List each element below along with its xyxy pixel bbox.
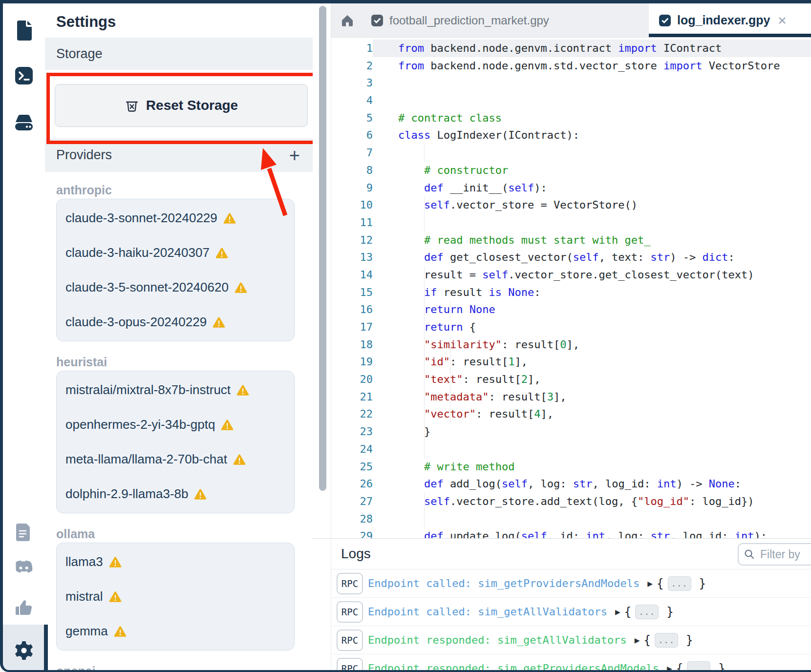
indent-guide xyxy=(424,423,425,441)
add-provider-button[interactable]: + xyxy=(289,146,300,165)
home-tab-button[interactable] xyxy=(331,3,363,37)
line-content: # contract class xyxy=(373,109,811,127)
file-check-icon xyxy=(371,14,384,27)
warning-icon xyxy=(235,282,247,294)
indent-guide xyxy=(424,301,425,318)
model-name: openhermes-2-yi-34b-gptq xyxy=(65,417,215,432)
line-number: 19 xyxy=(331,353,373,371)
model-item[interactable]: mistralai/mixtral-8x7b-instruct xyxy=(57,373,294,407)
line-content: # read methods must start with get_ xyxy=(373,231,811,249)
model-name: dolphin-2.9-llama3-8b xyxy=(65,486,188,502)
model-item[interactable]: claude-3-opus-20240229 xyxy=(57,305,294,339)
expand-caret-icon[interactable]: ▶ xyxy=(667,665,672,672)
page-title: Settings xyxy=(56,13,116,31)
sidebar-item-contracts[interactable] xyxy=(3,19,45,41)
expand-caret-icon[interactable]: ▶ xyxy=(635,636,640,644)
line-content: return None xyxy=(373,301,811,318)
model-item[interactable]: mistral xyxy=(57,579,294,614)
sidebar-item-feedback[interactable] xyxy=(3,599,45,617)
line-content: if result is None: xyxy=(373,284,811,301)
panel-scrollbar-thumb[interactable] xyxy=(319,6,326,491)
indent-guide xyxy=(424,144,425,162)
line-number: 25 xyxy=(331,458,373,476)
warning-icon xyxy=(109,556,122,568)
log-entry[interactable]: RPCEndpoint called: sim_getAllValidators… xyxy=(331,598,811,626)
logs-panel: Logs RPCEndpoint called: sim_getProvider… xyxy=(331,539,811,672)
expand-caret-icon[interactable]: ▶ xyxy=(615,608,620,616)
line-content: "vector": result[4], xyxy=(373,405,811,423)
warning-icon xyxy=(221,419,234,431)
model-item[interactable]: claude-3-haiku-20240307 xyxy=(57,235,294,270)
logs-header: Logs xyxy=(331,539,811,569)
model-name: gemma xyxy=(65,624,108,639)
log-entry[interactable]: RPCEndpoint responded: sim_getProvidersA… xyxy=(331,654,811,672)
indent-guide xyxy=(424,405,425,423)
code-editor[interactable]: 1from backend.node.genvm.icontract impor… xyxy=(331,37,811,541)
sidebar-item-settings[interactable] xyxy=(3,640,45,661)
warning-icon xyxy=(223,212,236,224)
sidebar-item-storage[interactable] xyxy=(3,111,45,134)
model-item[interactable]: openhermes-2-yi-34b-gptq xyxy=(57,407,294,442)
log-json-ellipsis[interactable]: ... xyxy=(635,605,659,619)
log-entry[interactable]: RPCEndpoint responded: sim_getAllValidat… xyxy=(331,626,811,654)
line-number: 20 xyxy=(331,371,373,388)
tab-log-indexer[interactable]: log_indexer.gpy × xyxy=(649,3,811,37)
code-line: 23 } xyxy=(331,423,811,441)
provider-card: mistralai/mixtral-8x7b-instructopenherme… xyxy=(56,371,295,513)
sidebar-item-terminal[interactable] xyxy=(3,65,45,86)
expand-caret-icon[interactable]: ▶ xyxy=(647,580,653,588)
model-item[interactable]: llama3 xyxy=(57,545,294,579)
json-close-brace: } xyxy=(686,633,693,647)
logs-filter-input[interactable] xyxy=(759,547,810,562)
close-tab-icon[interactable]: × xyxy=(778,13,787,28)
indent-guide xyxy=(424,284,425,301)
tab-label: football_prediction_market.gpy xyxy=(389,14,549,27)
providers-section-label: Providers xyxy=(56,147,112,163)
log-json-ellipsis[interactable]: ... xyxy=(668,576,691,591)
model-item[interactable]: dolphin-2.9-llama3-8b xyxy=(57,477,294,511)
line-number: 21 xyxy=(331,388,373,406)
line-content: result = self.vector_store.get_closest_v… xyxy=(373,266,811,284)
search-icon xyxy=(744,548,755,560)
reset-storage-button[interactable]: Reset Storage xyxy=(55,84,308,127)
log-json-ellipsis[interactable]: ... xyxy=(655,633,678,648)
line-number: 7 xyxy=(331,144,373,162)
model-item[interactable]: claude-3-5-sonnet-20240620 xyxy=(57,270,294,305)
indent-guide xyxy=(450,405,450,423)
tab-football-prediction-market[interactable]: football_prediction_market.gpy xyxy=(363,3,649,37)
model-name: llama3 xyxy=(65,554,103,569)
model-name: claude-3-sonnet-20240229 xyxy=(65,210,217,226)
provider-group-label: heuristai xyxy=(56,355,313,369)
model-item[interactable]: gemma xyxy=(57,614,294,649)
home-icon xyxy=(341,14,354,27)
model-name: claude-3-opus-20240229 xyxy=(65,315,207,330)
docs-icon xyxy=(15,523,33,542)
warning-icon xyxy=(114,626,127,637)
model-item[interactable]: claude-3-sonnet-20240229 xyxy=(57,201,294,235)
code-line: 9 def __init__(self): xyxy=(331,179,811,197)
line-number: 6 xyxy=(331,126,373,144)
terminal-icon xyxy=(13,65,35,86)
code-line: 2from backend.node.genvm.std.vector_stor… xyxy=(331,57,811,75)
provider-group-openai: openai xyxy=(56,664,313,672)
json-open-brace: { xyxy=(676,662,683,672)
sidebar-item-discord[interactable] xyxy=(3,559,45,576)
current-line: from backend.node.genvm.icontract import… xyxy=(373,40,811,57)
code-line: 26 def add_log(self, log: str, log_id: i… xyxy=(331,475,811,493)
model-item[interactable]: meta-llama/llama-2-70b-chat xyxy=(57,442,294,477)
line-number: 15 xyxy=(331,284,373,301)
sidebar-item-docs[interactable] xyxy=(3,523,45,542)
log-message: Endpoint responded: sim_getProvidersAndM… xyxy=(368,662,659,672)
log-entry[interactable]: RPCEndpoint called: sim_getProvidersAndM… xyxy=(331,569,811,598)
line-content: self.vector_store = VectorStore() xyxy=(373,196,811,214)
warning-icon xyxy=(109,591,122,603)
line-number: 1 xyxy=(331,40,373,57)
code-line: 15 if result is None: xyxy=(331,284,811,301)
warning-icon xyxy=(109,591,122,603)
code-line: 20 "text": result[2], xyxy=(331,371,811,388)
reset-storage-label: Reset Storage xyxy=(146,98,238,113)
line-number: 11 xyxy=(331,214,373,231)
log-message: Endpoint responded: sim_getAllValidators xyxy=(368,634,627,646)
json-close-brace: } xyxy=(718,662,725,672)
log-json-ellipsis[interactable]: ... xyxy=(687,661,710,672)
